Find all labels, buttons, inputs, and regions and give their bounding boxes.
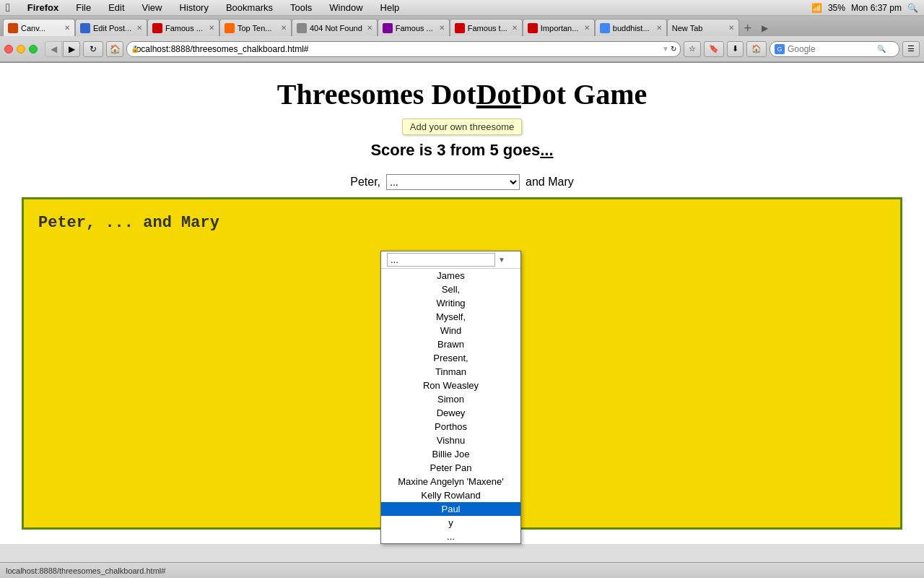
dropdown-item[interactable]: Maxine Angelyn 'Maxene' — [381, 475, 520, 488]
dropdown-item[interactable]: ... — [381, 530, 520, 543]
menu-help[interactable]: Help — [378, 1, 403, 14]
dropdown-item[interactable]: Porthos — [381, 420, 520, 434]
dropdown-item[interactable]: Billie Joe — [381, 447, 520, 461]
title-dot: Dot — [476, 78, 521, 111]
tab-canv[interactable]: Canv... ✕ — [3, 19, 75, 36]
tab-yahoo[interactable]: Famous ... ✕ — [378, 19, 450, 36]
dropdown-item[interactable]: Ron Weasley — [381, 379, 520, 392]
menu-window[interactable]: Window — [326, 1, 365, 14]
tab-close-404[interactable]: ✕ — [367, 24, 372, 32]
dropdown-item-paul[interactable]: Paul — [381, 502, 520, 516]
dropdown-item[interactable]: Writing — [381, 296, 520, 310]
menu-history[interactable]: History — [177, 1, 212, 14]
dropdown-item[interactable]: Sell, — [381, 282, 520, 296]
menu-file[interactable]: File — [73, 1, 94, 14]
tab-label-yahoo: Famous ... — [396, 24, 435, 33]
bookmark-list-button[interactable]: 🔖 — [704, 41, 724, 57]
search-input[interactable] — [788, 44, 874, 54]
tab-close-buddhist[interactable]: ✕ — [656, 24, 662, 32]
dropdown-arrow-icon[interactable]: ▼ — [498, 256, 505, 264]
url-right-icons: ▼ ↻ — [662, 45, 676, 53]
tab-famous1[interactable]: Famous ... ✕ — [147, 19, 219, 36]
apple-menu[interactable]:  — [6, 1, 10, 14]
wifi-icon: 📶 — [811, 3, 822, 13]
tab-favicon-gmail — [528, 23, 538, 33]
tab-label-newtab: New Tab — [672, 24, 724, 33]
dropdown-item[interactable]: Dewey — [381, 406, 520, 420]
home-toolbar-button[interactable]: 🏠 — [746, 41, 767, 57]
name-selector[interactable]: ... — [386, 174, 520, 190]
bookmark-star-button[interactable]: ☆ — [684, 41, 701, 57]
search-button[interactable]: 🔍 — [877, 45, 886, 53]
tab-label-famous2: Famous t... — [468, 24, 507, 33]
tab-close-famous2[interactable]: ✕ — [512, 24, 518, 32]
tab-close-gmail[interactable]: ✕ — [584, 24, 590, 32]
menubar:  Firefox File Edit View History Bookmar… — [0, 0, 924, 16]
browser-chrome: Canv... ✕ Edit Post... ✕ Famous ... ✕ To… — [0, 16, 924, 63]
tab-close-canv[interactable]: ✕ — [64, 24, 70, 32]
tab-close-top[interactable]: ✕ — [281, 24, 287, 32]
tab-label-famous1: Famous ... — [165, 24, 204, 33]
maximize-window-button[interactable] — [29, 45, 38, 53]
nav-history-group: ◀ ▶ — [45, 41, 80, 57]
forward-button[interactable]: ▶ — [63, 41, 80, 57]
search-icon[interactable]: 🔍 — [907, 3, 918, 13]
tab-close-newtab[interactable]: ✕ — [728, 24, 734, 32]
score-text: Score is 3 from 5 goes — [370, 141, 540, 159]
dropdown-item[interactable]: Present, — [381, 351, 520, 365]
menu-tools[interactable]: Tools — [287, 1, 315, 14]
tab-404[interactable]: 404 Not Found ✕ — [292, 19, 378, 36]
title-part2: Dot Game — [521, 78, 647, 111]
minimize-window-button[interactable] — [17, 45, 25, 53]
tab-label-404: 404 Not Found — [310, 24, 362, 33]
url-security-icons: 🔒 — [131, 45, 139, 53]
dropdown-item[interactable]: y — [381, 516, 520, 530]
url-input[interactable] — [126, 41, 681, 57]
nav-bar: ◀ ▶ ↻ 🏠 🔒 ▼ ↻ ☆ 🔖 ⬇ 🏠 G 🔍 ☰ — [0, 36, 924, 62]
new-tab-button[interactable]: + — [739, 20, 757, 36]
tab-buddhist[interactable]: buddhist... ✕ — [595, 19, 667, 36]
tab-famous2[interactable]: Famous t... ✕ — [450, 19, 523, 36]
page-content: Threesomes DotDotDot Game Add your own t… — [0, 63, 924, 544]
menu-button[interactable]: ☰ — [902, 41, 920, 57]
dropdown-item[interactable]: Kelly Rowland — [381, 488, 520, 502]
tab-close-edit[interactable]: ✕ — [136, 24, 142, 32]
window-controls — [4, 45, 38, 53]
menu-view[interactable]: View — [139, 1, 165, 14]
dropdown-item[interactable]: Simon — [381, 392, 520, 406]
menu-firefox[interactable]: Firefox — [25, 1, 61, 14]
close-window-button[interactable] — [4, 45, 13, 53]
selector-prefix: Peter, — [350, 176, 380, 189]
tab-close-yahoo[interactable]: ✕ — [439, 24, 445, 32]
url-bar-wrapper: 🔒 ▼ ↻ — [126, 41, 681, 57]
dropdown-item[interactable]: Peter Pan — [381, 461, 520, 475]
tab-label-gmail: Importan... — [541, 24, 580, 33]
reload-button[interactable]: ↻ — [83, 41, 103, 57]
tab-edit[interactable]: Edit Post... ✕ — [75, 19, 147, 36]
tab-favicon-edit — [80, 23, 90, 33]
tab-gmail[interactable]: Importan... ✕ — [523, 19, 595, 36]
dropdown-item[interactable]: James — [381, 269, 520, 282]
score-link[interactable]: ... — [540, 141, 553, 159]
url-refresh-icon[interactable]: ↻ — [671, 45, 676, 53]
dropdown-item[interactable]: Vishnu — [381, 434, 520, 447]
dropdown-item[interactable]: Wind — [381, 324, 520, 337]
tab-favicon-404 — [297, 23, 307, 33]
download-button[interactable]: ⬇ — [727, 41, 744, 57]
back-button[interactable]: ◀ — [45, 41, 62, 57]
tab-newtab[interactable]: New Tab ✕ — [667, 19, 739, 36]
url-dropdown-icon[interactable]: ▼ — [662, 45, 669, 53]
menu-edit[interactable]: Edit — [105, 1, 127, 14]
menubar-right: 📶 35% Mon 6:37 pm 🔍 — [811, 3, 918, 13]
dropdown-item[interactable]: Tinman — [381, 365, 520, 379]
dropdown-item[interactable]: Brawn — [381, 337, 520, 351]
tab-favicon-top — [225, 23, 235, 33]
home-button[interactable]: 🏠 — [106, 41, 123, 57]
menu-bookmarks[interactable]: Bookmarks — [223, 1, 276, 14]
tab-overflow-button[interactable]: ▶ — [757, 20, 774, 36]
dropdown-item[interactable]: Myself, — [381, 310, 520, 324]
add-threesome-tooltip[interactable]: Add your own threesome — [402, 118, 523, 135]
dropdown-search-input[interactable] — [387, 253, 495, 267]
tab-top[interactable]: Top Ten... ✕ — [219, 19, 292, 36]
tab-close-famous1[interactable]: ✕ — [209, 24, 214, 32]
